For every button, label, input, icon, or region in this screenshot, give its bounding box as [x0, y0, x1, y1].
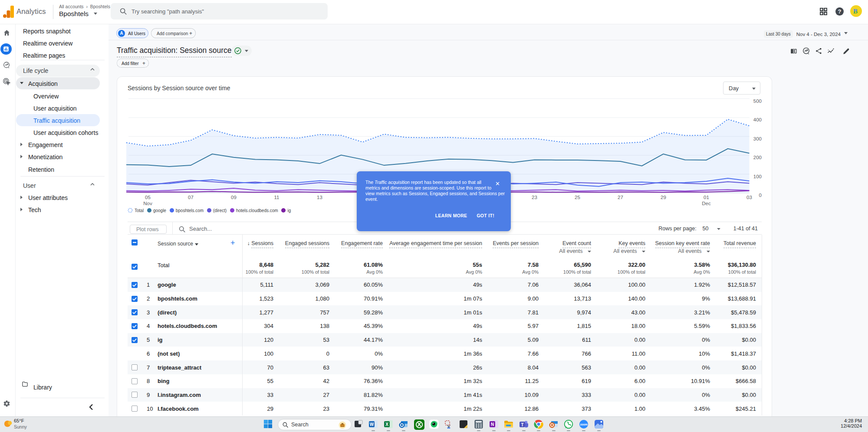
- svg-text:05: 05: [145, 195, 151, 200]
- svg-text:29: 29: [661, 195, 666, 200]
- svg-text:09: 09: [231, 195, 237, 200]
- svg-text:500: 500: [753, 98, 762, 104]
- svg-text:zoom: zoom: [580, 423, 588, 426]
- svg-text:23: 23: [532, 195, 537, 200]
- svg-text:01: 01: [704, 195, 709, 200]
- svg-text:13: 13: [317, 195, 322, 200]
- svg-text:X: X: [385, 422, 388, 427]
- svg-text:27: 27: [618, 195, 623, 200]
- svg-text:200: 200: [753, 155, 762, 160]
- svg-text:W: W: [370, 422, 374, 427]
- svg-text:11: 11: [274, 195, 279, 200]
- svg-text:0: 0: [759, 193, 762, 198]
- svg-text:25: 25: [575, 195, 580, 200]
- svg-text:Dec: Dec: [702, 201, 711, 206]
- svg-text:Nov: Nov: [143, 201, 152, 206]
- svg-text:07: 07: [188, 195, 194, 200]
- svg-text:03: 03: [746, 195, 752, 200]
- svg-text:100: 100: [753, 174, 762, 179]
- svg-text:N: N: [491, 422, 494, 427]
- svg-text:400: 400: [753, 117, 762, 122]
- svg-text:B: B: [853, 8, 858, 15]
- svg-text:300: 300: [753, 136, 762, 141]
- svg-text:T: T: [521, 422, 523, 427]
